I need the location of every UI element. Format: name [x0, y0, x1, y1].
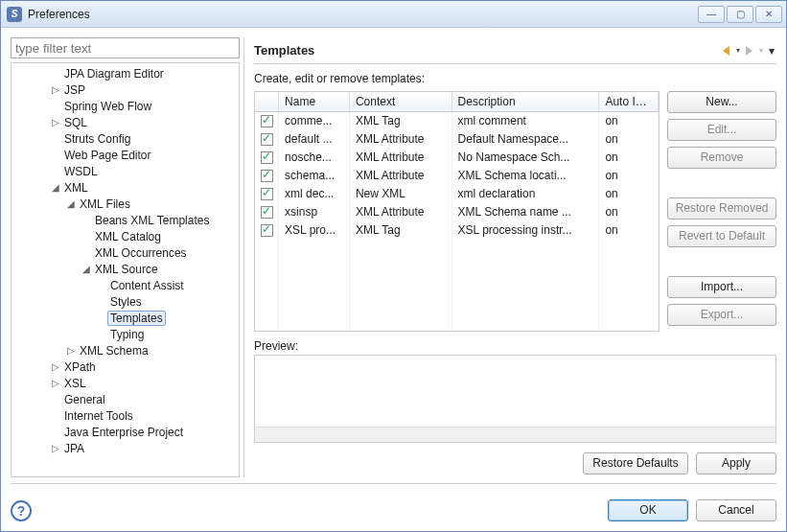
tree-item[interactable]: ▷JSP: [12, 81, 239, 98]
cancel-button[interactable]: Cancel: [696, 499, 776, 521]
chevron-down-icon: ▾: [759, 46, 763, 55]
tree-item[interactable]: Spring Web Flow: [12, 98, 239, 114]
row-checkbox[interactable]: [261, 206, 273, 219]
filter-input[interactable]: [11, 37, 240, 58]
tree-item-label: XML Schema: [77, 344, 151, 358]
page-title: Templates: [254, 43, 721, 58]
tree-item[interactable]: Templates: [12, 310, 239, 326]
table-row[interactable]: schema...XML AttributeXML Schema locati.…: [255, 167, 659, 185]
revert-default-button[interactable]: Revert to Default: [667, 225, 776, 247]
tree-item[interactable]: Struts Config: [12, 130, 239, 147]
tree-item[interactable]: ▷SQL: [12, 114, 239, 130]
apply-button[interactable]: Apply: [696, 452, 776, 474]
edit-button[interactable]: Edit...: [667, 119, 776, 141]
cell-description: XML Schema name ...: [451, 203, 599, 221]
tree-item[interactable]: JPA Diagram Editor: [12, 65, 239, 81]
row-checkbox[interactable]: [261, 170, 273, 182]
cell-context: XML Tag: [349, 112, 451, 130]
table-row[interactable]: comme...XML Tagxml commenton: [255, 112, 659, 130]
cell-context: XML Attribute: [349, 167, 451, 185]
table-row[interactable]: xml dec...New XMLxml declarationon: [255, 185, 659, 203]
tree-item[interactable]: ▷XPath: [12, 359, 239, 375]
restore-defaults-button[interactable]: Restore Defaults: [583, 452, 688, 474]
tree-item[interactable]: ▷XML Schema: [12, 342, 239, 359]
tree-item[interactable]: Internet Tools: [12, 407, 239, 424]
tree-twisty-icon[interactable]: ◢: [81, 264, 92, 274]
nav-forward-button[interactable]: ▾: [744, 44, 765, 58]
tree-item-label: Typing: [107, 328, 147, 341]
cell-name: nosche...: [279, 149, 350, 167]
cell-context: XML Attribute: [349, 203, 451, 221]
minimize-button[interactable]: —: [698, 6, 725, 23]
tree-item-label: General: [61, 393, 108, 406]
tree-item[interactable]: XML Occurrences: [12, 244, 239, 261]
nav-back-button[interactable]: ▾: [721, 44, 742, 58]
maximize-button[interactable]: ▢: [727, 6, 753, 23]
cell-description: xml comment: [451, 112, 599, 130]
row-checkbox[interactable]: [261, 188, 273, 200]
row-checkbox[interactable]: [261, 115, 273, 127]
tree-twisty-icon[interactable]: ▷: [50, 361, 61, 372]
cell-auto: on: [599, 167, 659, 185]
cell-description: No Namespace Sch...: [451, 149, 599, 167]
close-button[interactable]: ✕: [755, 6, 782, 23]
nav-menu-button[interactable]: ▾: [767, 44, 776, 58]
tree-item[interactable]: Content Assist: [12, 277, 239, 293]
table-row[interactable]: nosche...XML AttributeNo Namespace Sch..…: [255, 149, 659, 167]
tree-item[interactable]: WSDL: [12, 163, 239, 179]
preview-scrollbar[interactable]: [255, 427, 775, 442]
col-description[interactable]: Description: [451, 92, 599, 112]
tree-twisty-icon[interactable]: ▷: [50, 378, 61, 388]
preferences-tree[interactable]: JPA Diagram Editor▷JSPSpring Web Flow▷SQ…: [11, 62, 240, 477]
help-icon[interactable]: ?: [11, 500, 32, 521]
ok-button[interactable]: OK: [608, 499, 688, 521]
import-button[interactable]: Import...: [667, 276, 776, 298]
templates-table[interactable]: Name Context Description Auto Ins... com…: [254, 91, 660, 332]
remove-button[interactable]: Remove: [667, 147, 776, 169]
tree-twisty-icon[interactable]: ◢: [50, 182, 61, 193]
tree-twisty-icon[interactable]: ▷: [50, 117, 61, 127]
restore-removed-button[interactable]: Restore Removed: [667, 197, 776, 220]
preview-box[interactable]: [254, 355, 776, 443]
row-checkbox[interactable]: [261, 151, 273, 164]
tree-twisty-icon[interactable]: ▷: [50, 84, 61, 95]
cell-name: xml dec...: [279, 185, 350, 203]
tree-item[interactable]: ▷JPA: [12, 440, 239, 456]
col-context[interactable]: Context: [349, 92, 451, 112]
tree-item[interactable]: ◢XML: [12, 179, 239, 196]
tree-item-label: XML Files: [77, 197, 133, 211]
tree-twisty-icon[interactable]: ◢: [65, 198, 77, 209]
table-row[interactable]: xsinspXML AttributeXML Schema name ...on: [255, 203, 659, 221]
tree-item[interactable]: Web Page Editor: [12, 147, 239, 163]
tree-twisty-icon[interactable]: ▷: [50, 443, 61, 453]
new-button[interactable]: New...: [667, 91, 776, 113]
tree-item[interactable]: General: [12, 391, 239, 407]
window-title: Preferences: [28, 8, 698, 21]
cell-auto: on: [599, 112, 659, 130]
tree-item-label: WSDL: [61, 165, 101, 178]
tree-item[interactable]: Styles: [12, 293, 239, 310]
cell-description: XML Schema locati...: [451, 167, 599, 185]
tree-item[interactable]: Typing: [12, 326, 239, 342]
titlebar: S Preferences — ▢ ✕: [1, 1, 786, 28]
tree-item[interactable]: ▷XSL: [12, 375, 239, 391]
page-description: Create, edit or remove templates:: [254, 72, 776, 85]
row-checkbox[interactable]: [261, 224, 273, 237]
col-name[interactable]: Name: [279, 92, 350, 112]
table-row[interactable]: default ...XML AttributeDefault Namespac…: [255, 130, 659, 149]
row-checkbox[interactable]: [261, 133, 273, 146]
tree-twisty-icon[interactable]: ▷: [65, 345, 77, 356]
cell-context: New XML: [349, 185, 451, 203]
cell-auto: on: [599, 130, 659, 149]
cell-auto: on: [599, 185, 659, 203]
tree-item[interactable]: XML Catalog: [12, 228, 239, 244]
tree-item-label: JPA: [61, 442, 87, 455]
tree-item[interactable]: Beans XML Templates: [12, 212, 239, 228]
tree-item[interactable]: ◢XML Source: [12, 261, 239, 277]
tree-item[interactable]: ◢XML Files: [12, 196, 239, 212]
col-auto[interactable]: Auto Ins...: [599, 92, 659, 112]
tree-item-label: Styles: [107, 295, 145, 309]
table-row[interactable]: XSL pro...XML TagXSL processing instr...…: [255, 221, 659, 240]
tree-item[interactable]: Java Enterprise Project: [12, 424, 239, 440]
export-button[interactable]: Export...: [667, 304, 776, 326]
